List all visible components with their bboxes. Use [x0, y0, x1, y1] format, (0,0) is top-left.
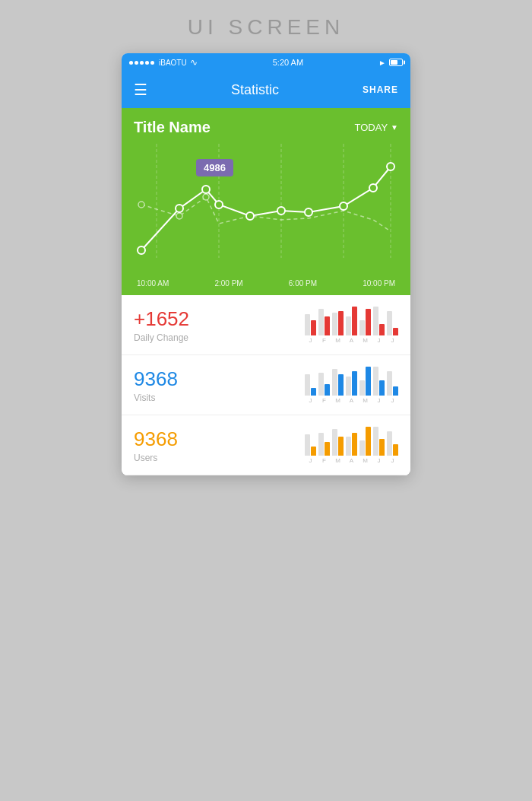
bar-pair-0-6 — [387, 311, 398, 335]
bar-label-1-6: J — [391, 397, 394, 404]
bar-label-2-6: J — [391, 457, 394, 464]
bar-group-0-6: J — [387, 311, 398, 344]
svg-point-13 — [369, 184, 377, 192]
status-right: ► — [378, 59, 403, 67]
bar-colored-1-4 — [366, 367, 371, 396]
bar-gray-2-1 — [318, 433, 324, 456]
stat-value-0: +1652 — [134, 307, 189, 331]
bar-pair-2-1 — [318, 433, 330, 456]
bar-pair-0-0 — [305, 314, 316, 335]
bar-label-1-5: J — [378, 397, 381, 404]
bar-pair-1-3 — [346, 371, 357, 396]
bar-gray-1-6 — [387, 371, 392, 396]
bar-pair-2-6 — [387, 431, 398, 456]
bar-group-2-1: F — [318, 433, 330, 464]
bar-colored-0-2 — [338, 311, 344, 335]
bar-colored-1-5 — [379, 380, 385, 396]
nav-bar: ☰ Statistic SHARE — [122, 72, 410, 108]
bar-label-0-2: M — [335, 337, 340, 344]
bar-gray-0-5 — [373, 307, 378, 335]
bar-colored-1-0 — [311, 388, 316, 396]
nav-title: Statistic — [231, 82, 279, 98]
bar-label-1-1: F — [322, 397, 326, 404]
bar-colored-2-5 — [379, 439, 385, 456]
stat-label-1: Visits — [134, 393, 178, 403]
bar-group-1-1: F — [318, 373, 330, 404]
x-label-4: 10:00 PM — [363, 279, 395, 288]
svg-point-5 — [138, 246, 145, 254]
bar-label-0-1: F — [322, 337, 326, 344]
signal-dots — [129, 61, 154, 65]
svg-point-15 — [138, 202, 144, 208]
svg-point-7 — [202, 186, 210, 193]
location-icon: ► — [378, 59, 386, 67]
bar-label-1-4: M — [363, 397, 368, 404]
bar-label-0-5: J — [378, 337, 381, 344]
bar-gray-0-6 — [387, 311, 392, 335]
bar-gray-1-5 — [373, 367, 378, 396]
bar-colored-1-6 — [393, 386, 398, 396]
bar-group-1-0: J — [305, 374, 316, 404]
svg-point-16 — [176, 213, 182, 219]
bar-label-1-2: M — [335, 397, 340, 404]
bar-pair-1-6 — [387, 371, 398, 396]
stat-label-2: Users — [134, 453, 178, 463]
bar-colored-0-1 — [325, 316, 330, 335]
svg-point-8 — [215, 201, 223, 208]
bar-label-0-4: M — [363, 337, 368, 344]
battery-tip — [404, 61, 405, 65]
svg-point-14 — [387, 163, 394, 170]
stats-section: +1652Daily ChangeJFMAMJJ9368VisitsJFMAMJ… — [122, 295, 410, 475]
share-button[interactable]: SHARE — [363, 84, 398, 95]
menu-icon[interactable]: ☰ — [134, 81, 147, 99]
bar-gray-2-6 — [387, 431, 392, 456]
stat-left-1: 9368Visits — [134, 367, 178, 403]
bar-label-2-5: J — [378, 457, 381, 464]
signal-dot-4 — [145, 61, 149, 65]
bar-gray-0-2 — [332, 313, 337, 335]
bar-group-0-0: J — [305, 314, 316, 344]
bar-label-2-2: M — [335, 457, 340, 464]
bar-gray-1-4 — [359, 380, 365, 396]
bar-pair-0-2 — [332, 311, 344, 335]
bar-colored-2-2 — [338, 437, 344, 456]
svg-point-17 — [203, 194, 209, 200]
stat-label-0: Daily Change — [134, 332, 189, 343]
bar-gray-0-4 — [359, 320, 365, 335]
chart-x-labels: 10:00 AM 2:00 PM 6:00 PM 10:00 PM — [134, 276, 398, 288]
filter-label: TODAY — [355, 122, 388, 133]
page-wrapper: UI SCREEN iBAOTU ∿ 5:20 AM ► — [0, 0, 532, 801]
bar-colored-1-3 — [352, 371, 357, 396]
bar-gray-1-3 — [346, 377, 351, 396]
stat-row-1: 9368VisitsJFMAMJJ — [122, 355, 410, 415]
bar-group-2-5: J — [373, 427, 385, 464]
chart-filter[interactable]: TODAY ▼ — [355, 122, 399, 133]
battery-icon — [389, 59, 403, 66]
bar-colored-1-1 — [325, 384, 330, 396]
bar-group-0-2: M — [332, 311, 344, 344]
bar-gray-1-1 — [318, 373, 324, 396]
bar-label-2-1: F — [322, 457, 326, 464]
status-time: 5:20 AM — [273, 58, 303, 67]
bar-colored-0-5 — [379, 324, 385, 335]
bar-pair-2-3 — [346, 433, 357, 456]
phone-frame: iBAOTU ∿ 5:20 AM ► ☰ Statistic SHARE Tit… — [122, 53, 410, 475]
bar-pair-0-4 — [359, 309, 371, 335]
bar-gray-2-5 — [373, 427, 378, 456]
bar-colored-0-6 — [393, 328, 398, 335]
bar-label-2-3: A — [350, 457, 353, 464]
bar-label-1-0: J — [309, 397, 312, 404]
stat-value-2: 9368 — [134, 428, 178, 451]
bar-pair-0-1 — [318, 309, 330, 335]
bar-colored-0-3 — [352, 307, 357, 335]
signal-dot-2 — [135, 61, 138, 65]
bar-pair-2-5 — [373, 427, 385, 456]
stat-value-1: 9368 — [134, 367, 178, 391]
svg-point-10 — [277, 207, 285, 215]
bar-colored-2-4 — [366, 427, 371, 456]
bar-gray-0-1 — [318, 309, 324, 335]
mini-bar-chart-1: JFMAMJJ — [305, 366, 398, 404]
wifi-icon: ∿ — [190, 57, 198, 68]
bar-label-2-0: J — [309, 457, 312, 464]
bar-group-1-6: J — [387, 371, 398, 404]
